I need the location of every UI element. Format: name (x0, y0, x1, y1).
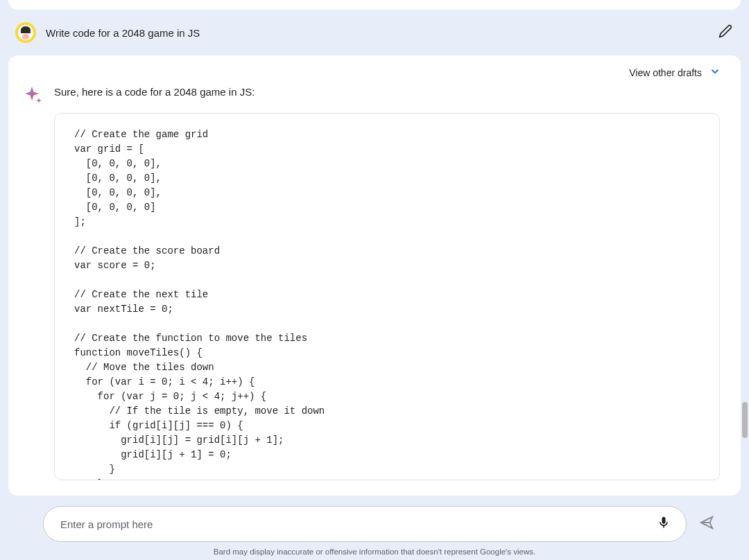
prompt-input[interactable] (60, 518, 654, 530)
response-card: View other drafts (8, 55, 741, 496)
view-drafts-row: View other drafts (8, 65, 741, 85)
user-message-row: Write code for a 2048 game in JS (0, 10, 749, 55)
prompt-input-wrapper (43, 506, 687, 542)
user-message-text: Write code for a 2048 game in JS (46, 27, 200, 39)
response-intro-text: Sure, here is a code for a 2048 game in … (54, 85, 720, 99)
edit-icon[interactable] (718, 24, 732, 41)
previous-card-bottom (8, 0, 741, 10)
bard-sparkle-icon (24, 85, 44, 106)
user-avatar (15, 22, 36, 43)
input-area: Bard may display inaccurate or offensive… (0, 496, 749, 560)
code-block: // Create the game grid var grid = [ [0,… (54, 113, 720, 480)
scrollbar-thumb[interactable] (742, 402, 748, 438)
microphone-icon[interactable] (654, 513, 673, 535)
send-icon[interactable] (699, 515, 714, 533)
chevron-down-icon[interactable] (709, 65, 721, 80)
disclaimer-text: Bard may display inaccurate or offensive… (8, 548, 741, 556)
view-drafts-button[interactable]: View other drafts (629, 67, 702, 78)
